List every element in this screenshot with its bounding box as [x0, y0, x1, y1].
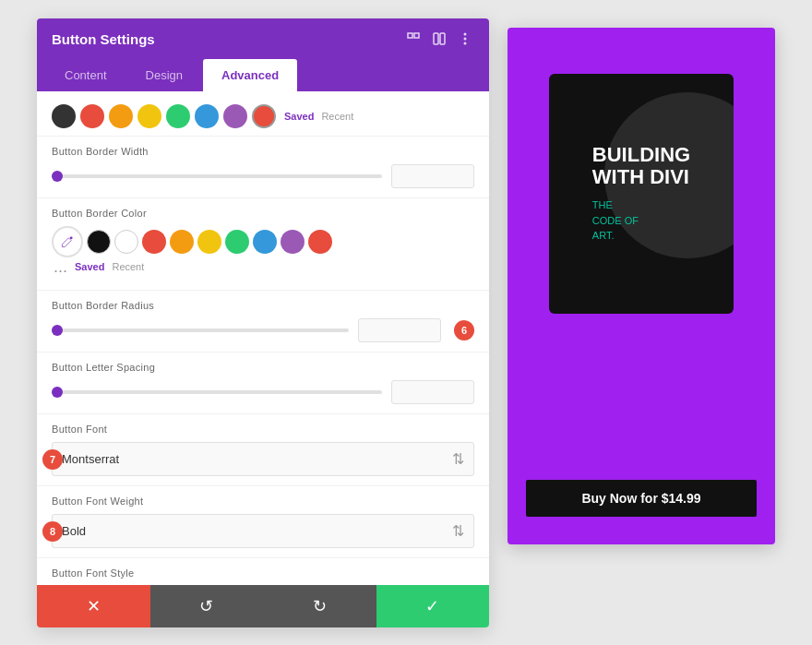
tab-advanced[interactable]: Advanced — [203, 59, 297, 91]
font-weight-dropdown-wrapper: 8 Bold ⇅ — [52, 514, 474, 548]
border-color-label: Button Border Color — [52, 208, 474, 219]
border-radius-badge: 6 — [454, 320, 474, 340]
book-preview: BUILDINGWITH DIVI THECODE OFART. — [549, 74, 734, 314]
columns-icon[interactable] — [430, 30, 448, 48]
svg-rect-1 — [414, 33, 419, 38]
border-radius-track[interactable] — [52, 328, 349, 332]
color-dot-black[interactable] — [52, 104, 76, 128]
panel-title: Button Settings — [52, 31, 155, 47]
save-button[interactable]: ✓ — [376, 585, 490, 627]
color-picker-icon[interactable] — [52, 226, 83, 257]
font-weight-label: Button Font Weight — [52, 496, 474, 507]
tab-design[interactable]: Design — [127, 59, 201, 91]
recent-link-top[interactable]: Recent — [321, 111, 353, 122]
more-swatches-icon[interactable]: ··· — [54, 261, 67, 281]
buy-button-preview[interactable]: Buy Now for $14.99 — [526, 480, 757, 517]
font-weight-badge: 8 — [42, 521, 63, 542]
border-width-track[interactable] — [52, 174, 382, 178]
letter-spacing-section: Button Letter Spacing 0 — [37, 352, 489, 413]
color-dot-purple[interactable] — [223, 104, 247, 128]
swatch-white[interactable] — [114, 230, 138, 254]
resize-icon[interactable] — [404, 30, 423, 48]
border-width-section: Button Border Width 0px — [37, 136, 489, 197]
swatch-red[interactable] — [142, 230, 166, 254]
letter-spacing-value[interactable]: 0 — [391, 380, 474, 404]
swatch-stroke[interactable] — [308, 230, 332, 254]
book-title: BUILDINGWITH DIVI — [592, 144, 690, 188]
font-weight-section: Button Font Weight 8 Bold ⇅ — [37, 485, 489, 557]
font-weight-dropdown[interactable]: Bold ⇅ — [52, 514, 474, 548]
swatch-black[interactable] — [87, 230, 111, 254]
border-color-section: Button Border Color — [37, 197, 489, 290]
color-dot-blue[interactable] — [195, 104, 219, 128]
border-radius-section: Button Border Radius 0px 6 — [37, 290, 489, 352]
border-width-slider-row: 0px — [52, 164, 474, 188]
top-color-row: Saved Recent — [37, 101, 489, 136]
color-dot-stroke[interactable] — [252, 104, 276, 128]
book-subtitle: THECODE OFART. — [592, 197, 690, 244]
font-style-section: Button Font Style I TT Tr U S — [37, 557, 489, 585]
more-options-icon[interactable] — [456, 30, 474, 48]
panel-body: Saved Recent Button Border Width 0px But… — [37, 91, 489, 585]
cancel-button[interactable]: ✕ — [37, 585, 150, 627]
color-dot-yellow[interactable] — [137, 104, 161, 128]
border-width-value[interactable]: 0px — [391, 164, 474, 188]
swatch-orange[interactable] — [170, 230, 194, 254]
font-weight-value: Bold — [62, 524, 86, 538]
svg-point-7 — [70, 236, 73, 239]
border-color-swatches — [52, 226, 474, 257]
swatch-yellow[interactable] — [197, 230, 221, 254]
settings-panel: Button Settings — [37, 18, 489, 627]
saved-recent-color: ··· Saved Recent — [54, 261, 474, 281]
undo-button[interactable]: ↺ — [150, 585, 264, 627]
preview-panel: BUILDINGWITH DIVI THECODE OFART. Buy Now… — [508, 28, 775, 544]
book-text-block: BUILDINGWITH DIVI THECODE OFART. — [574, 125, 709, 262]
font-value: Montserrat — [62, 452, 119, 466]
border-radius-slider-row: 0px 6 — [52, 318, 474, 342]
font-dropdown[interactable]: Montserrat ⇅ — [52, 442, 474, 476]
redo-button[interactable]: ↻ — [263, 585, 376, 627]
color-dot-green[interactable] — [166, 104, 190, 128]
saved-link-top[interactable]: Saved — [284, 111, 314, 122]
svg-rect-0 — [408, 33, 412, 38]
color-dot-orange[interactable] — [109, 104, 133, 128]
swatch-green[interactable] — [225, 230, 249, 254]
recent-link-color[interactable]: Recent — [112, 261, 144, 281]
panel-footer: ✕ ↺ ↻ ✓ — [37, 585, 489, 627]
svg-point-4 — [464, 33, 467, 36]
svg-point-5 — [464, 38, 467, 41]
swatch-purple[interactable] — [281, 230, 304, 254]
font-dropdown-arrow: ⇅ — [452, 450, 464, 468]
border-radius-label: Button Border Radius — [52, 300, 474, 311]
swatch-blue[interactable] — [253, 230, 277, 254]
tab-content[interactable]: Content — [46, 59, 125, 91]
saved-recent-top: Saved Recent — [284, 111, 353, 122]
main-container: Button Settings — [0, 0, 812, 645]
letter-spacing-slider-row: 0 — [52, 380, 474, 404]
panel-header-icons — [404, 30, 474, 48]
panel-header: Button Settings — [37, 18, 489, 59]
letter-spacing-label: Button Letter Spacing — [52, 362, 474, 373]
svg-point-6 — [464, 42, 467, 45]
panel-tabs: Content Design Advanced — [37, 59, 489, 91]
border-radius-value[interactable]: 0px — [358, 318, 441, 342]
saved-link-color[interactable]: Saved — [75, 261, 104, 281]
border-width-label: Button Border Width — [52, 146, 474, 157]
svg-rect-3 — [440, 33, 445, 44]
font-label: Button Font — [52, 424, 474, 435]
font-section: Button Font 7 Montserrat ⇅ — [37, 413, 489, 485]
color-dot-red[interactable] — [80, 104, 104, 128]
font-weight-dropdown-arrow: ⇅ — [452, 522, 464, 540]
font-style-label: Button Font Style — [52, 567, 474, 579]
letter-spacing-track[interactable] — [52, 390, 382, 394]
font-dropdown-wrapper: 7 Montserrat ⇅ — [52, 442, 474, 476]
svg-rect-2 — [434, 33, 438, 44]
font-badge: 7 — [42, 449, 63, 470]
